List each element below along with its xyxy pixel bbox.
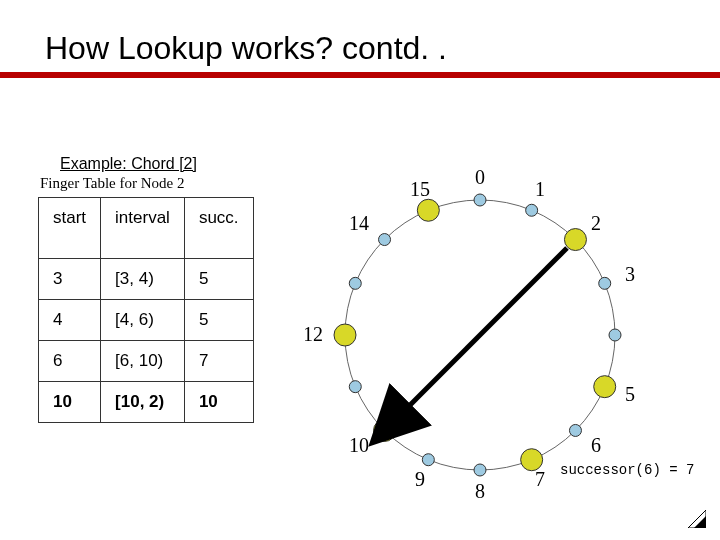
ring-label-5: 5 bbox=[625, 383, 635, 405]
slide-title: How Lookup works? contd. . bbox=[0, 0, 720, 67]
ring-node-12 bbox=[334, 324, 356, 346]
title-underline bbox=[0, 72, 720, 78]
ring-node-0 bbox=[474, 194, 486, 206]
cell: 6 bbox=[39, 341, 101, 382]
ring-label-8: 8 bbox=[475, 480, 485, 502]
ring-node-4 bbox=[609, 329, 621, 341]
cell: 10 bbox=[184, 382, 253, 423]
svg-marker-3 bbox=[694, 516, 706, 528]
ring-label-2: 2 bbox=[591, 212, 601, 234]
ring-label-3: 3 bbox=[625, 263, 635, 285]
cell: [3, 4) bbox=[101, 259, 185, 300]
lookup-arrow bbox=[400, 248, 567, 415]
ring-node-8 bbox=[474, 464, 486, 476]
cell: 5 bbox=[184, 259, 253, 300]
ring-label-6: 6 bbox=[591, 434, 601, 456]
table-row: 6 [6, 10) 7 bbox=[39, 341, 254, 382]
finger-table: start interval succ. 3 [3, 4) 5 4 [4, 6)… bbox=[38, 197, 254, 423]
ring-label-10: 10 bbox=[349, 434, 369, 456]
cell: 3 bbox=[39, 259, 101, 300]
ring-node-11 bbox=[349, 381, 361, 393]
page-corner-icon bbox=[688, 510, 706, 528]
header-start: start bbox=[39, 198, 101, 259]
ring-node-13 bbox=[349, 277, 361, 289]
header-succ: succ. bbox=[184, 198, 253, 259]
ring-label-7: 7 bbox=[535, 468, 545, 490]
cell: [6, 10) bbox=[101, 341, 185, 382]
cell: 10 bbox=[39, 382, 101, 423]
ring-label-9: 9 bbox=[415, 468, 425, 490]
ring-node-10 bbox=[374, 419, 396, 441]
table-row: 10 [10, 2) 10 bbox=[39, 382, 254, 423]
ring-label-1: 1 bbox=[535, 178, 545, 200]
ring-label-15: 15 bbox=[410, 178, 430, 200]
header-interval: interval bbox=[101, 198, 185, 259]
table-header: start interval succ. bbox=[39, 198, 254, 259]
cell: 4 bbox=[39, 300, 101, 341]
ring-node-6 bbox=[569, 424, 581, 436]
ring-node-5 bbox=[594, 376, 616, 398]
ring-label-0: 0 bbox=[475, 166, 485, 188]
cell: [4, 6) bbox=[101, 300, 185, 341]
successor-note: successor(6) = 7 bbox=[560, 462, 694, 478]
ring-label-14: 14 bbox=[349, 212, 369, 234]
table-row: 4 [4, 6) 5 bbox=[39, 300, 254, 341]
ring-node-15 bbox=[417, 199, 439, 221]
ring-node-3 bbox=[599, 277, 611, 289]
ring-node-1 bbox=[526, 204, 538, 216]
ring-label-12: 12 bbox=[305, 323, 323, 345]
example-label: Example: Chord [2] bbox=[60, 155, 197, 173]
finger-table-label: Finger Table for Node 2 bbox=[40, 175, 184, 192]
ring-node-14 bbox=[379, 234, 391, 246]
cell: 7 bbox=[184, 341, 253, 382]
cell: 5 bbox=[184, 300, 253, 341]
cell: [10, 2) bbox=[101, 382, 185, 423]
ring-node-9 bbox=[422, 454, 434, 466]
ring-node-2 bbox=[564, 229, 586, 251]
table-row: 3 [3, 4) 5 bbox=[39, 259, 254, 300]
